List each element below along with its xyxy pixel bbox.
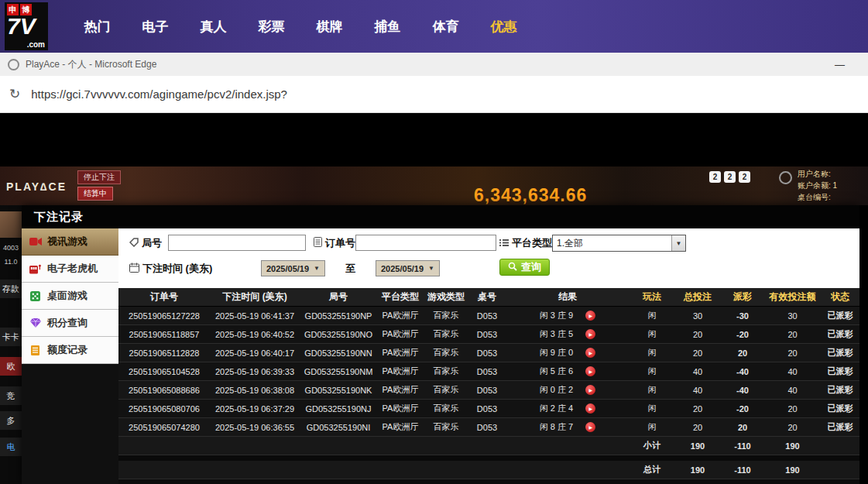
playace-logo: PLAY∆CE [6, 180, 67, 193]
cell-total: 20 [674, 325, 721, 344]
replay-play-icon[interactable]: ▶ [585, 311, 595, 321]
subtotal-row: 小计190-110190 [118, 437, 859, 455]
cell-status: 已派彩 [821, 400, 859, 418]
nav-item[interactable]: 真人 [184, 18, 242, 36]
magnifier-icon [508, 262, 517, 273]
cell-time: 2025-05-19 06:40:17 [210, 344, 300, 362]
stop-bet-button[interactable]: 停止下注 [77, 170, 121, 184]
column-header: 订单号 [118, 288, 210, 307]
result-text: 闲 3 庄 9 [540, 310, 573, 321]
page-background [0, 113, 868, 166]
nav-item[interactable]: 电子 [126, 18, 184, 36]
table-header-row: 订单号下注时间 (美东)局号平台类型游戏类型桌号结果玩法总投注派彩有效投注额状态 [118, 288, 859, 307]
replay-play-icon[interactable]: ▶ [585, 385, 595, 395]
cell-order: 250519065080706 [118, 400, 210, 418]
background-fragment: 电 [0, 438, 22, 456]
result-text: 闲 9 庄 0 [540, 347, 573, 359]
to-label: 至 [345, 262, 355, 276]
tag-icon [129, 238, 139, 249]
cell-platform: PA欧洲厅 [377, 362, 424, 381]
die: 2 [739, 171, 750, 183]
platform-selected-value: 1.全部 [557, 237, 583, 250]
platform-select[interactable]: 1.全部 ▼ [552, 235, 686, 252]
reload-icon[interactable]: ↻ [9, 86, 20, 102]
chevron-down-icon: ▼ [671, 235, 685, 251]
sidebar-item-ledger[interactable]: 额度记录 [22, 337, 118, 364]
cell-total: 40 [674, 381, 721, 400]
sidebar-item-video-camera[interactable]: 视讯游戏 [22, 228, 118, 256]
column-header: 桌号 [468, 288, 506, 307]
sidebar-item-dice[interactable]: 桌面游戏 [22, 283, 118, 310]
sidebar-item-slot-machine[interactable]: 电子老虎机 [22, 256, 118, 283]
cell-play: 闲 [630, 307, 674, 325]
nav-item[interactable]: 热门 [68, 18, 126, 36]
replay-play-icon[interactable]: ▶ [585, 422, 595, 432]
summary-cell: 190 [674, 461, 721, 479]
url-text[interactable]: https://gci.7vvvvvv.com/agingame/pcv2/in… [31, 88, 287, 101]
records-table: 订单号下注时间 (美东)局号平台类型游戏类型桌号结果玩法总投注派彩有效投注额状态… [118, 288, 859, 479]
modal-title: 下注记录 [34, 210, 84, 225]
replay-play-icon[interactable]: ▶ [585, 366, 595, 376]
user-info-line: 账户余额: 1 [798, 180, 837, 191]
replay-play-icon[interactable]: ▶ [585, 348, 595, 358]
nav-item[interactable]: 优惠 [475, 18, 533, 36]
column-header: 状态 [821, 288, 859, 307]
result-text: 闲 3 庄 5 [540, 328, 573, 340]
document-icon [314, 237, 322, 249]
cell-table: D053 [468, 344, 506, 362]
nav-item[interactable]: 彩票 [242, 18, 300, 36]
dice-icon [29, 291, 42, 301]
browser-urlbar: ↻ https://gci.7vvvvvv.com/agingame/pcv2/… [0, 76, 868, 113]
cell-total: 20 [674, 400, 721, 418]
cell-game: 百家乐 [424, 307, 468, 325]
bet-record-row: 2505190650886862025-05-19 06:38:08GD0532… [118, 381, 859, 400]
column-header: 派彩 [721, 288, 764, 307]
background-fragment: 卡卡 [0, 328, 22, 346]
site-logo[interactable]: 申 博 7V .com [5, 2, 48, 50]
cell-time: 2025-05-19 06:36:55 [210, 418, 300, 437]
summary-cell: 190 [764, 437, 821, 455]
nav-item[interactable]: 体育 [417, 18, 475, 36]
order-input[interactable] [355, 235, 496, 251]
cell-payout: -20 [721, 400, 764, 418]
cell-play: 闲 [630, 344, 674, 362]
date-to-value: 2025/05/19 [381, 264, 424, 273]
minimize-button[interactable]: — [835, 59, 845, 70]
sidebar-item-label: 电子老虎机 [47, 262, 98, 276]
cell-payout: -20 [721, 325, 764, 344]
cell-round: GD053255190NN [300, 344, 377, 362]
round-input[interactable] [168, 235, 306, 251]
cell-platform: PA欧洲厅 [377, 344, 424, 362]
cell-status: 已派彩 [821, 307, 859, 325]
die: 2 [709, 171, 721, 183]
column-header: 下注时间 (美东) [210, 288, 300, 307]
cell-total: 40 [674, 362, 721, 381]
order-label: 订单号 [314, 236, 355, 250]
sidebar-item-diamond[interactable]: 积分查询 [22, 310, 118, 337]
caret-down-icon: ▼ [314, 265, 320, 272]
replay-play-icon[interactable]: ▶ [585, 329, 595, 339]
cell-game: 百家乐 [424, 381, 468, 400]
summary-cell [118, 461, 630, 479]
nav-item[interactable]: 棋牌 [300, 18, 359, 36]
caret-down-icon: ▼ [428, 265, 434, 272]
date-to-picker[interactable]: 2025/05/19 ▼ [376, 260, 440, 276]
column-header: 平台类型 [377, 288, 424, 307]
date-from-picker[interactable]: 2025/05/19 ▼ [261, 260, 325, 276]
cell-game: 百家乐 [424, 400, 468, 418]
search-button[interactable]: 查询 [499, 259, 550, 276]
background-sidebar-strip: 400311.0存款卡卡欧竞多电 [0, 205, 22, 484]
cell-payout: -30 [721, 307, 764, 325]
cell-play: 闲 [630, 381, 674, 400]
cell-status: 已派彩 [821, 325, 859, 344]
nav-item[interactable]: 捕鱼 [359, 18, 417, 36]
column-header: 结果 [506, 288, 630, 307]
replay-play-icon[interactable]: ▶ [585, 403, 595, 414]
date-from-value: 2025/05/19 [266, 264, 309, 273]
settings-icon[interactable] [779, 171, 792, 184]
avatar [0, 211, 22, 238]
cell-result: 闲 0 庄 2▶ [506, 381, 630, 400]
summary-cell: -110 [721, 461, 764, 479]
cell-round: GD053255190NK [300, 381, 377, 400]
spacer-row [118, 455, 859, 462]
